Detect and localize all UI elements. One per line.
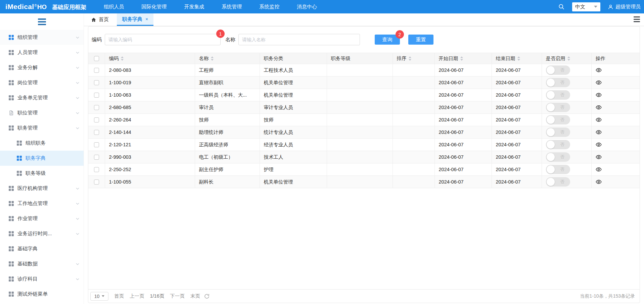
row-checkbox[interactable] [94, 167, 99, 172]
enabled-toggle[interactable]: 否 [546, 140, 570, 149]
sidebar-item-duty-management[interactable]: 职务管理 [0, 120, 84, 136]
sidebar-item-post-management[interactable]: 岗位管理 [0, 75, 84, 90]
row-checkbox[interactable] [94, 142, 99, 147]
sidebar-item-business-decomposition[interactable]: 业务分解 [0, 60, 84, 75]
col-code[interactable]: 编码 [105, 53, 195, 64]
sidebar-item-medical-institution-management[interactable]: 医疗机构管理 [0, 181, 84, 196]
view-icon[interactable] [596, 67, 602, 73]
enabled-toggle[interactable]: 否 [546, 103, 570, 112]
enabled-toggle[interactable]: 否 [546, 177, 570, 187]
col-name[interactable]: 名称 [195, 53, 260, 64]
col-end-date[interactable]: 结束日期 [492, 53, 542, 64]
sidebar-item-business-running-time[interactable]: 业务运行时间... [0, 226, 84, 241]
enabled-toggle[interactable]: 否 [546, 128, 570, 137]
col-enabled[interactable]: 是否启用 [542, 53, 591, 64]
sidebar-collapse-icon[interactable] [0, 13, 84, 30]
sort-icon[interactable] [211, 56, 214, 61]
first-page-button[interactable]: 首页 [114, 293, 124, 299]
name-label: 名称 [225, 37, 235, 43]
sidebar-item-personnel-management[interactable]: 人员管理 [0, 45, 84, 60]
tab-duty-dictionary[interactable]: 职务字典 × [117, 13, 153, 26]
toggle-knob [547, 91, 555, 99]
sidebar-item-job-management[interactable]: 作业管理 [0, 211, 84, 226]
view-icon[interactable] [596, 104, 602, 110]
view-icon[interactable] [596, 80, 602, 86]
code-input[interactable] [105, 34, 221, 45]
sidebar-item-diagnosis-treatment-subjects[interactable]: 诊疗科目 [0, 271, 84, 287]
sidebar-item-org-duty[interactable]: 组织职务 [0, 136, 84, 151]
cell-name: 助理统计师 [195, 126, 260, 139]
cell-start-date: 2024-06-07 [434, 114, 492, 126]
row-checkbox[interactable] [94, 80, 99, 85]
sort-icon[interactable] [409, 56, 411, 61]
sidebar-item-org-management[interactable]: 组织管理 [0, 30, 84, 45]
select-all-checkbox[interactable] [94, 56, 99, 61]
sort-icon[interactable] [460, 56, 463, 61]
table-body: 2-080-083工程师工程技术人员2024-06-072024-06-07否1… [88, 64, 640, 188]
view-icon[interactable] [596, 179, 602, 185]
row-checkbox[interactable] [94, 130, 99, 135]
view-icon[interactable] [596, 92, 602, 98]
nav-item-org-personnel[interactable]: 组织人员 [104, 4, 124, 10]
tab-home[interactable]: 首页 [90, 13, 110, 26]
view-icon[interactable] [596, 166, 602, 172]
enabled-toggle[interactable]: 否 [546, 165, 570, 174]
page-size-select[interactable]: 10 [90, 292, 108, 301]
col-sort[interactable]: 排序 [393, 53, 434, 64]
language-select[interactable]: 中文 [572, 2, 600, 11]
nav-item-dev-integration[interactable]: 开发集成 [184, 4, 204, 10]
sort-icon[interactable] [121, 56, 124, 61]
grid-icon [9, 261, 14, 266]
view-icon[interactable] [596, 142, 602, 148]
row-checkbox[interactable] [94, 180, 99, 185]
enabled-toggle[interactable]: 否 [546, 152, 570, 162]
close-icon[interactable]: × [145, 16, 148, 22]
refresh-icon[interactable] [204, 294, 210, 299]
sidebar-item-business-unit-management[interactable]: 业务单元管理 [0, 90, 84, 105]
cell-sort [393, 77, 434, 89]
cell-sort [393, 163, 434, 176]
search-icon[interactable] [558, 3, 565, 10]
tab-list-menu-icon[interactable] [634, 16, 640, 22]
sidebar-item-duty-level[interactable]: 职务等级 [0, 166, 84, 181]
nav-item-system-management[interactable]: 系统管理 [222, 4, 242, 10]
last-page-button[interactable]: 末页 [190, 293, 200, 299]
enabled-toggle[interactable]: 否 [546, 78, 570, 87]
table-row: 2-250-252副主任护师护理2024-06-072024-06-07否 [88, 163, 640, 176]
row-checkbox[interactable] [94, 68, 99, 73]
cell-sort [393, 114, 434, 126]
sidebar-item-duty-dictionary[interactable]: 职务字典 [0, 151, 84, 166]
row-checkbox[interactable] [94, 117, 99, 122]
view-icon[interactable] [596, 117, 602, 123]
sidebar-item-basic-dictionary[interactable]: 基础字典 [0, 241, 84, 256]
chevron-down-icon [76, 277, 80, 281]
grid-icon [9, 125, 14, 131]
sidebar-item-workplace-management[interactable]: 工作地点管理 [0, 196, 84, 211]
user-menu[interactable]: 超级管理员 [608, 4, 641, 10]
sidebar-item-position-management[interactable]: 职位管理 [0, 105, 84, 120]
view-icon[interactable] [596, 154, 602, 160]
cell-end-date: 2024-06-07 [492, 151, 542, 163]
name-input[interactable] [238, 34, 360, 45]
view-icon[interactable] [596, 129, 602, 135]
row-checkbox[interactable] [94, 105, 99, 110]
nav-item-system-monitor[interactable]: 系统监控 [259, 4, 279, 10]
sidebar-item-test-external-link-menu[interactable]: 测试外链菜单 [0, 287, 84, 302]
enabled-toggle[interactable]: 否 [546, 90, 570, 100]
nav-item-i18n-management[interactable]: 国际化管理 [141, 4, 167, 10]
nav-item-message-center[interactable]: 消息中心 [297, 4, 317, 10]
row-checkbox[interactable] [94, 155, 99, 160]
table-row: 1-100-055副科长机关单位管理2024-06-072024-06-07否 [88, 176, 640, 188]
enabled-toggle[interactable]: 否 [546, 115, 570, 124]
prev-page-button[interactable]: 上一页 [130, 293, 144, 299]
cell-code: 1-100-019 [105, 77, 195, 89]
reset-button[interactable]: 重置 [408, 35, 433, 45]
grid-icon [9, 216, 14, 221]
sidebar-item-basic-data[interactable]: 基础数据 [0, 256, 84, 271]
row-checkbox[interactable] [94, 93, 99, 98]
sort-icon[interactable] [517, 56, 520, 61]
col-start-date[interactable]: 开始日期 [434, 53, 492, 64]
enabled-toggle[interactable]: 否 [546, 65, 570, 75]
next-page-button[interactable]: 下一页 [170, 293, 185, 299]
sort-icon[interactable] [567, 56, 570, 61]
